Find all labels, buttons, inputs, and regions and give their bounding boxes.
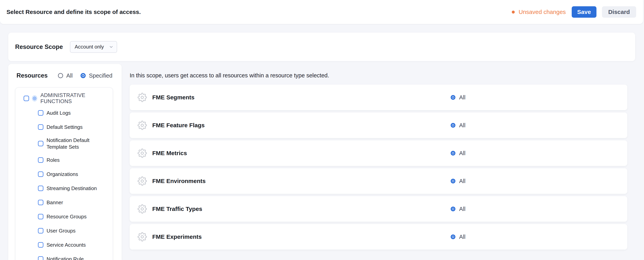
list-item: Roles: [38, 156, 108, 164]
radio-specified-icon[interactable]: [80, 73, 86, 78]
unsaved-dot-icon: [512, 10, 515, 14]
resource-row-fme-environments: FME Environments All: [130, 168, 627, 194]
radio-all-icon[interactable]: [451, 123, 456, 128]
radio-specified-label: Specified: [89, 72, 112, 79]
item-checkbox[interactable]: [38, 110, 44, 116]
resource-scope-selected-value: Account only: [75, 44, 104, 50]
resources-tree-card: ADMINISTRATIVE FUNCTIONS Audit Logs Defa…: [15, 88, 113, 260]
unsaved-changes-status: Unsaved changes: [512, 9, 566, 15]
item-label: Roles: [46, 157, 60, 164]
access-label: All: [459, 122, 466, 129]
radio-all-icon[interactable]: [451, 206, 456, 211]
access-option-all[interactable]: All: [451, 150, 466, 156]
gear-icon: [138, 176, 147, 186]
item-label: Streaming Destination: [46, 185, 97, 192]
resource-row-fme-experiments: FME Experiments All: [130, 224, 627, 250]
item-label: Service Accounts: [46, 242, 86, 248]
gear-icon: [138, 93, 147, 102]
access-option-all[interactable]: All: [451, 178, 466, 184]
gear-icon: [33, 96, 36, 100]
item-label: Notification Rule: [46, 256, 84, 260]
gear-icon: [138, 148, 147, 158]
resource-row-title: FME Traffic Types: [152, 206, 202, 212]
radio-all-icon[interactable]: [451, 234, 456, 239]
group-administrative-functions: ADMINISTRATIVE FUNCTIONS: [24, 94, 108, 103]
list-item: Service Accounts: [38, 240, 108, 249]
radio-all-label: All: [66, 72, 73, 79]
list-item: Resource Groups: [38, 212, 108, 221]
resources-panel: Resources All Specified ADMINISTRATIVE F…: [8, 64, 122, 260]
access-label: All: [459, 178, 466, 184]
resource-row-title: FME Metrics: [152, 150, 187, 156]
gear-icon: [138, 204, 147, 214]
item-checkbox[interactable]: [38, 141, 44, 146]
access-option-all[interactable]: All: [451, 122, 466, 129]
resource-row-fme-metrics: FME Metrics All: [130, 140, 627, 166]
resource-scope-label: Resource Scope: [15, 44, 63, 50]
resources-panel-header: Resources All Specified: [8, 64, 122, 79]
item-label: Notification Default Template Sets: [46, 137, 108, 150]
access-option-all[interactable]: All: [451, 94, 466, 101]
item-label: Banner: [46, 199, 63, 206]
resource-row-title: FME Feature Flags: [152, 122, 205, 129]
radio-all-icon[interactable]: [451, 151, 456, 156]
item-checkbox[interactable]: [38, 200, 44, 205]
item-checkbox[interactable]: [38, 157, 44, 163]
list-item: Default Settings: [38, 123, 108, 131]
page-title: Select Resource and define its scope of …: [6, 9, 141, 15]
resources-mode-all[interactable]: All: [58, 72, 73, 79]
radio-all-icon[interactable]: [451, 179, 456, 184]
list-item: Audit Logs: [38, 108, 108, 117]
administrative-functions-checkbox[interactable]: [24, 96, 29, 101]
item-checkbox[interactable]: [38, 172, 44, 177]
list-item: Organizations: [38, 170, 108, 178]
item-checkbox[interactable]: [38, 214, 44, 219]
resource-row-fme-traffic-types: FME Traffic Types All: [130, 196, 627, 222]
top-actions: Unsaved changes Save Discard: [512, 6, 636, 18]
item-label: Audit Logs: [46, 110, 71, 116]
top-action-bar: Select Resource and define its scope of …: [0, 0, 643, 24]
access-label: All: [459, 234, 466, 240]
item-checkbox[interactable]: [38, 124, 44, 130]
list-item: Banner: [38, 198, 108, 207]
group-label: ADMINISTRATIVE FUNCTIONS: [40, 92, 108, 104]
scope-description: In this scope, users get access to all r…: [130, 72, 329, 79]
resource-row-title: FME Segments: [152, 94, 194, 101]
save-button[interactable]: Save: [572, 6, 596, 18]
resource-scope-dropdown[interactable]: Account only: [70, 41, 117, 53]
unsaved-changes-label: Unsaved changes: [519, 9, 566, 15]
resource-row-fme-feature-flags: FME Feature Flags All: [130, 112, 627, 138]
radio-all-icon[interactable]: [451, 95, 456, 100]
access-option-all[interactable]: All: [451, 206, 466, 212]
list-item: Streaming Destination: [38, 184, 108, 193]
resources-title: Resources: [16, 72, 48, 79]
item-checkbox[interactable]: [38, 228, 44, 234]
item-label: Organizations: [46, 171, 78, 178]
item-checkbox[interactable]: [38, 242, 44, 248]
resources-list: Audit Logs Default Settings Notification…: [24, 108, 108, 260]
access-option-all[interactable]: All: [451, 234, 466, 240]
resource-row-fme-segments: FME Segments All: [130, 85, 627, 110]
item-label: Default Settings: [46, 124, 83, 130]
resource-scope-card: Resource Scope Account only: [8, 32, 635, 61]
discard-button[interactable]: Discard: [602, 6, 636, 18]
resource-row-title: FME Environments: [152, 178, 206, 184]
item-checkbox[interactable]: [38, 256, 44, 260]
list-item: User Groups: [38, 226, 108, 235]
radio-all-icon[interactable]: [58, 73, 63, 78]
resource-row-title: FME Experiments: [152, 234, 202, 240]
item-label: User Groups: [46, 228, 76, 234]
resource-type-rows: FME Segments All FME Feature Flags All F…: [130, 85, 627, 252]
access-label: All: [459, 206, 466, 212]
item-label: Resource Groups: [46, 213, 87, 220]
resources-mode-specified[interactable]: Specified: [80, 72, 112, 79]
item-checkbox[interactable]: [38, 186, 44, 191]
access-label: All: [459, 150, 466, 156]
chevron-down-icon: [109, 44, 114, 49]
access-label: All: [459, 94, 466, 101]
group-badge: [32, 95, 37, 102]
gear-icon: [138, 120, 147, 130]
page: Select Resource and define its scope of …: [0, 0, 644, 260]
list-item: Notification Rule: [38, 255, 108, 260]
gear-icon: [138, 232, 147, 242]
